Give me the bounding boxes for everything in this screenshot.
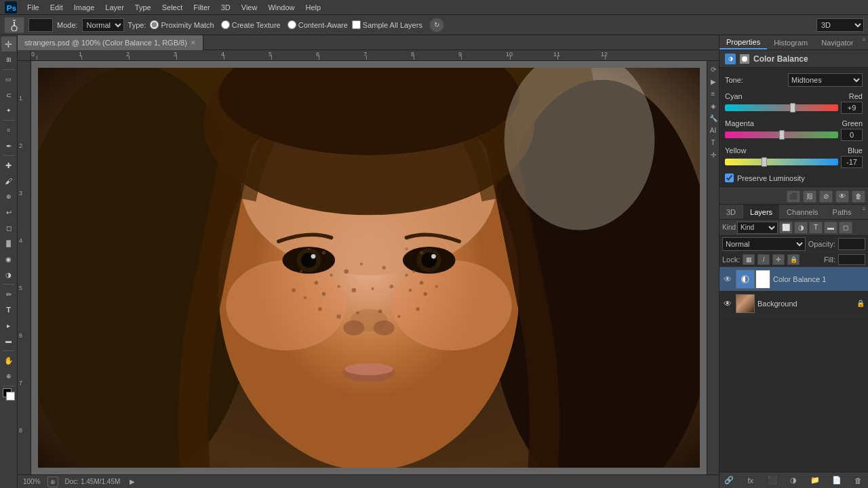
tool-eraser[interactable]: ◻ [1,220,16,235]
layer-vis-0[interactable]: 👁 [722,274,733,285]
proximity-match-option[interactable]: Proximity Match [150,20,214,29]
mini-rotate-btn[interactable]: ⟳ [708,64,719,75]
background-color[interactable] [6,392,15,401]
tool-dodge[interactable]: ◑ [1,267,16,282]
mag-green-value[interactable]: 0 [841,129,863,141]
layer-item-0[interactable]: 👁 Color Balance 1 [719,267,868,291]
canvas-container[interactable] [31,61,707,474]
tab-close-btn[interactable]: ✕ [191,39,196,46]
tool-artboard[interactable]: ⊞ [1,52,16,67]
tool-marquee[interactable]: ▭ [1,72,16,87]
menu-type[interactable]: Type [130,2,157,13]
tool-healing[interactable]: ✚ [1,158,16,173]
delete-layer-btn[interactable]: 🗑 [852,474,865,487]
menu-view[interactable]: View [236,2,263,13]
tab-navigator[interactable]: Navigator [814,35,860,49]
mini-text-btn[interactable]: T [708,137,719,148]
tool-clone[interactable]: ⊕ [1,189,16,204]
layers-blend-mode-select[interactable]: Normal Dissolve Multiply [722,237,806,251]
tab-properties[interactable]: Properties [719,35,767,49]
tool-type[interactable]: T [1,302,16,317]
layer-filter-pixel[interactable]: ⬜ [779,222,793,234]
menu-select[interactable]: Select [157,2,189,13]
tab-paths[interactable]: Paths [826,205,859,219]
tone-select[interactable]: Midtones Shadows Highlights [788,73,863,87]
filter-icon-btn[interactable]: ⊘ [819,190,833,203]
menu-image[interactable]: Image [68,2,100,13]
layer-vis-1[interactable]: 👁 [722,298,733,309]
tool-path-sel[interactable]: ▸ [1,318,16,333]
menu-layer[interactable]: Layer [100,2,130,13]
cyan-red-value[interactable]: +9 [841,102,863,114]
mini-props-btn[interactable]: ◈ [708,100,719,111]
mag-green-thumb[interactable] [779,130,785,140]
tool-crop[interactable]: ⌗ [1,123,16,138]
workspace-select[interactable]: 3D [816,18,864,32]
layer-item-1[interactable]: 👁 Background 🔒 [719,291,868,316]
menu-edit[interactable]: Edit [45,2,68,13]
tool-lasso[interactable]: ⊂ [1,87,16,102]
tool-brush[interactable]: 🖌 [1,174,16,188]
menu-3d[interactable]: 3D [216,2,236,13]
lock-paint-btn[interactable]: / [757,254,770,265]
zoom-indicator-icon[interactable]: ⊕ [47,476,58,487]
preserve-luminosity-checkbox[interactable] [725,174,734,182]
panel-collapse-arrow[interactable]: ≡ [860,35,868,43]
tool-gradient[interactable]: ▓ [1,236,16,251]
document-tab-0[interactable]: strangers.psd @ 100% (Color Balance 1, R… [18,35,203,50]
tool-blur[interactable]: ◉ [1,251,16,266]
menu-filter[interactable]: Filter [188,2,215,13]
mini-layers-btn[interactable]: ≡ [708,88,719,99]
layer-filter-type[interactable]: T [809,222,823,234]
create-texture-option[interactable]: Create Texture [221,20,281,29]
yel-blue-value[interactable]: -17 [841,156,863,168]
opacity-input[interactable]: 100% [838,238,865,250]
mag-green-track[interactable] [725,131,838,138]
mini-wrench-btn[interactable]: 🔧 [708,113,719,123]
link-layers-btn[interactable]: 🔗 [722,474,736,487]
lock-all-btn[interactable]: 🔒 [787,254,800,265]
lock-move-btn[interactable]: ✛ [772,254,785,265]
tool-history-brush[interactable]: ↩ [1,205,16,220]
tool-pen[interactable]: ✏ [1,287,16,302]
mini-ai-btn[interactable]: AI [708,125,719,136]
menu-help[interactable]: Help [300,2,327,13]
cyan-red-thumb[interactable] [790,103,795,113]
tab-histogram[interactable]: Histogram [767,35,814,49]
lock-pixels-btn[interactable]: ▦ [743,254,755,265]
new-layer-btn[interactable]: 📄 [830,474,844,487]
angle-button[interactable]: ↻ [429,18,444,33]
cyan-red-track[interactable] [725,104,838,111]
new-adjustment-btn[interactable]: ◑ [787,474,800,487]
yel-blue-thumb[interactable] [762,157,767,167]
brush-size-input[interactable]: 19 [28,18,53,32]
color-swatches[interactable] [3,388,15,401]
link-icon-btn[interactable]: ⛓ [803,190,816,203]
layer-filter-shape[interactable]: ▬ [824,222,837,234]
new-group-btn[interactable]: 📁 [808,474,822,487]
fill-input[interactable]: 100% [838,254,865,265]
visibility-icon-btn[interactable]: 👁 [835,190,849,203]
mask-icon-btn[interactable]: ⬛ [787,190,800,203]
tool-shape[interactable]: ▬ [1,333,16,348]
tab-3d[interactable]: 3D [719,205,743,219]
tool-hand[interactable]: ✋ [1,353,16,368]
yel-blue-track[interactable] [725,159,838,165]
tab-channels[interactable]: Channels [780,205,825,219]
tool-zoom[interactable]: ⊕ [1,369,16,384]
sample-all-layers-checkbox[interactable]: Sample All Layers [352,20,422,29]
layer-filter-adj[interactable]: ◑ [794,222,808,234]
layer-filter-smartobj[interactable]: ◻ [839,222,852,234]
add-mask-btn[interactable]: ⬛ [766,474,779,487]
play-btn[interactable]: ▶ [130,478,135,485]
content-aware-option[interactable]: Content-Aware [288,20,348,29]
menu-file[interactable]: File [22,2,45,13]
layers-collapse-arrow[interactable]: ≡ [860,205,868,213]
mode-select[interactable]: Normal [82,18,124,32]
add-style-btn[interactable]: fx [744,474,757,487]
tab-layers[interactable]: Layers [743,205,780,219]
filter-kind-select[interactable]: Kind [737,222,778,234]
mini-expand-btn[interactable]: ▶ [708,76,719,87]
tool-quick-select[interactable]: ✦ [1,103,16,118]
mini-tools-btn[interactable]: ✛ [708,149,719,160]
